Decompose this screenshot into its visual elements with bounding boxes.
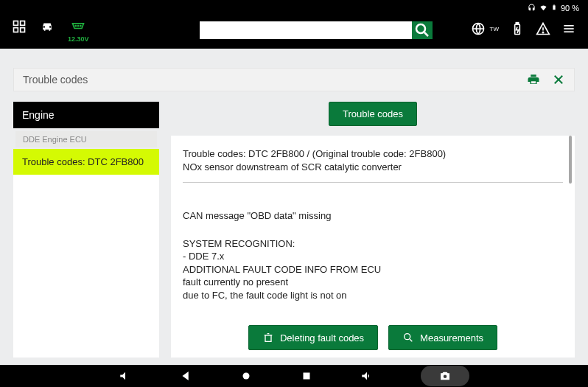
screenshot-pill[interactable] [421, 366, 469, 386]
wifi-icon [539, 4, 547, 13]
home-icon[interactable] [239, 369, 253, 383]
breadcrumb-title: Trouble codes [23, 74, 88, 86]
sidebar-subheader[interactable]: DDE Engine ECU [15, 131, 157, 147]
sidebar-header[interactable]: Engine [13, 102, 159, 128]
voltage-readout: 12.30V [68, 35, 89, 43]
additional-info-header: ADDITIONAL FAULT CODE INFO FROM ECU [183, 263, 563, 276]
separator [183, 182, 563, 183]
delete-fault-codes-label: Deleting fault codes [280, 332, 364, 344]
delete-fault-codes-button[interactable]: Deleting fault codes [248, 325, 378, 350]
battery-percent: 90 % [561, 4, 579, 13]
svg-point-24 [243, 373, 250, 380]
headset-icon [528, 4, 536, 13]
warning-triangle-icon[interactable] [536, 21, 550, 36]
volume-down-icon[interactable] [119, 369, 132, 383]
magnify-icon [402, 332, 414, 344]
battery-charge-icon[interactable] [510, 21, 525, 36]
tab-trouble-codes[interactable]: Trouble codes [329, 102, 417, 126]
search-wrap [200, 21, 433, 39]
measurements-label: Measurements [420, 332, 483, 344]
back-icon[interactable] [179, 369, 192, 383]
svg-line-23 [410, 339, 412, 341]
volume-up-icon[interactable] [360, 369, 374, 383]
content-area: Trouble codes Engine DDE Engine ECU Trou… [0, 49, 588, 365]
svg-rect-21 [265, 335, 271, 342]
svg-point-6 [75, 26, 76, 27]
system-recognition-header: SYSTEM RECOGNITION: [183, 237, 563, 251]
menu-icon[interactable] [561, 21, 576, 36]
svg-rect-1 [553, 4, 554, 5]
obd-connector-icon[interactable] [71, 19, 85, 34]
trash-icon [262, 332, 274, 344]
android-nav-bar [0, 365, 588, 387]
svg-point-9 [416, 24, 425, 33]
recent-apps-icon[interactable] [300, 369, 313, 383]
sidebar: Engine DDE Engine ECU Trouble codes: DTC… [13, 102, 159, 358]
additional-info-1: fault currently no present [183, 276, 563, 289]
car-icon[interactable] [40, 19, 55, 34]
svg-rect-13 [516, 23, 518, 25]
status-bar: 90 % [0, 0, 588, 16]
svg-rect-0 [553, 5, 555, 10]
search-input[interactable] [200, 21, 412, 39]
svg-point-22 [405, 334, 410, 340]
svg-rect-25 [304, 373, 310, 380]
top-toolbar: 12.30V TW [0, 16, 588, 49]
detail-header-line1: Trouble codes: DTC 2FB800 / (Original tr… [183, 147, 563, 161]
svg-line-10 [424, 32, 428, 36]
measurements-button[interactable]: Measurements [388, 325, 497, 350]
camera-icon [438, 369, 452, 383]
close-icon[interactable] [552, 73, 565, 86]
system-version: - DDE 7.x [183, 250, 563, 263]
globe-icon[interactable] [471, 21, 486, 36]
svg-rect-4 [14, 28, 18, 32]
detail-header-line2: NOx sensor downstream of SCR catalytic c… [183, 161, 563, 174]
detail-panel: Trouble codes: DTC 2FB800 / (Original tr… [171, 136, 575, 358]
svg-point-8 [80, 26, 81, 27]
svg-rect-2 [14, 21, 18, 26]
main-panel: Trouble codes Trouble codes: DTC 2FB800 … [171, 102, 575, 358]
svg-point-26 [444, 375, 447, 379]
breadcrumb-bar: Trouble codes [13, 68, 575, 91]
apps-grid-icon[interactable] [12, 19, 27, 34]
scrollbar-thumb[interactable] [569, 136, 572, 184]
additional-info-2: due to FC, the fault code light is not o… [183, 289, 563, 302]
sidebar-item-trouble-code[interactable]: Trouble codes: DTC 2FB800 [13, 149, 159, 175]
svg-point-7 [78, 26, 79, 27]
sidebar-fill [13, 175, 159, 358]
print-icon[interactable] [527, 73, 540, 86]
detail-message: CAN message "OBD data" missing [183, 209, 563, 223]
tw-label: TW [490, 26, 499, 32]
svg-rect-5 [21, 28, 25, 32]
search-button[interactable] [412, 21, 433, 39]
svg-rect-3 [21, 21, 25, 26]
svg-point-15 [542, 32, 543, 32]
battery-icon [551, 3, 557, 13]
